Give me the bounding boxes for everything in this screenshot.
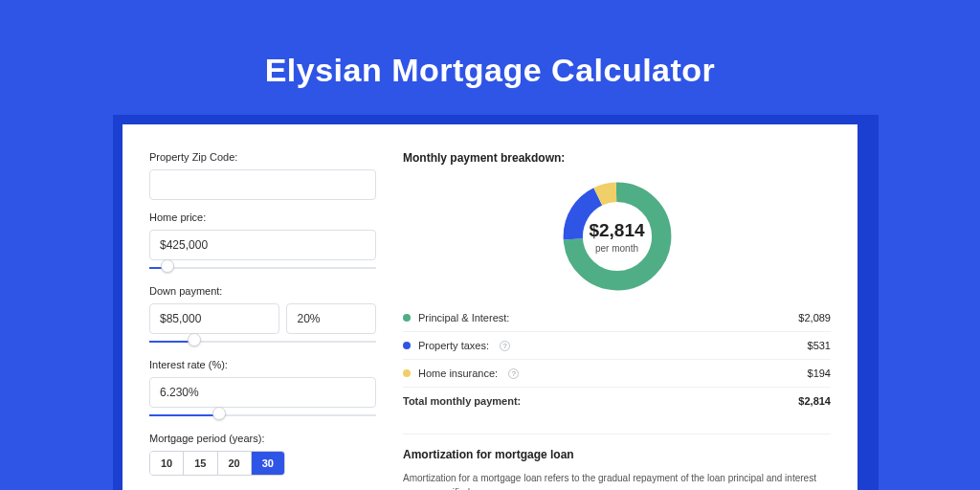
rate-slider[interactable] xyxy=(149,412,376,421)
down-percent-input[interactable] xyxy=(286,303,376,334)
help-icon[interactable]: ? xyxy=(508,368,519,379)
down-slider-knob[interactable] xyxy=(188,333,201,346)
dot-taxes xyxy=(403,342,411,349)
breakdown-title: Monthly payment breakdown: xyxy=(403,151,831,165)
amortization-body: Amortization for a mortgage loan refers … xyxy=(403,471,831,490)
page-title: Elysian Mortgage Calculator xyxy=(0,0,980,89)
zip-label: Property Zip Code: xyxy=(149,151,376,163)
rate-slider-knob[interactable] xyxy=(212,407,226,420)
form-panel: Property Zip Code: Home price: Down paym… xyxy=(149,151,376,490)
donut-sub: per month xyxy=(595,243,638,254)
period-tab-10[interactable]: 10 xyxy=(150,452,183,475)
legend-label-total: Total monthly payment: xyxy=(403,395,521,407)
legend-row-principal: Principal & Interest: $2,089 xyxy=(403,304,831,332)
zip-input[interactable] xyxy=(149,169,376,200)
legend: Principal & Interest: $2,089 Property ta… xyxy=(403,304,831,414)
breakdown-panel: Monthly payment breakdown: $2,814 per mo… xyxy=(403,151,831,490)
legend-label-principal: Principal & Interest: xyxy=(418,312,509,323)
amortization-title: Amortization for mortgage loan xyxy=(403,448,831,461)
period-tabs: 10 15 20 30 xyxy=(149,451,285,476)
price-slider-knob[interactable] xyxy=(161,259,174,273)
legend-label-taxes: Property taxes: xyxy=(418,340,489,351)
legend-val-taxes: $531 xyxy=(808,340,831,351)
amortization-section: Amortization for mortgage loan Amortizat… xyxy=(403,434,831,490)
donut-amount: $2,814 xyxy=(589,220,644,241)
legend-label-insurance: Home insurance: xyxy=(418,368,498,379)
price-input[interactable] xyxy=(149,230,376,260)
rate-slider-fill xyxy=(149,414,219,416)
dot-insurance xyxy=(403,369,411,377)
period-tab-20[interactable]: 20 xyxy=(217,452,251,475)
legend-row-total: Total monthly payment: $2,814 xyxy=(403,388,831,414)
legend-row-taxes: Property taxes: ? $531 xyxy=(403,332,831,360)
help-icon[interactable]: ? xyxy=(500,341,510,351)
dot-principal xyxy=(403,314,411,322)
rate-label: Interest rate (%): xyxy=(149,359,376,370)
period-tab-30[interactable]: 30 xyxy=(251,452,284,475)
down-amount-input[interactable] xyxy=(149,303,279,334)
period-tab-15[interactable]: 15 xyxy=(183,452,216,475)
legend-val-total: $2,814 xyxy=(798,395,831,407)
period-label: Mortgage period (years): xyxy=(149,433,376,444)
price-slider[interactable] xyxy=(149,264,376,274)
donut-chart: $2,814 per month xyxy=(559,178,676,295)
legend-val-principal: $2,089 xyxy=(798,312,831,323)
rate-input[interactable] xyxy=(149,377,376,408)
calculator-card: Property Zip Code: Home price: Down paym… xyxy=(122,124,858,490)
price-label: Home price: xyxy=(149,212,376,223)
legend-row-insurance: Home insurance: ? $194 xyxy=(403,360,831,388)
legend-val-insurance: $194 xyxy=(808,368,831,379)
down-slider[interactable] xyxy=(149,338,376,347)
down-label: Down payment: xyxy=(149,285,376,297)
